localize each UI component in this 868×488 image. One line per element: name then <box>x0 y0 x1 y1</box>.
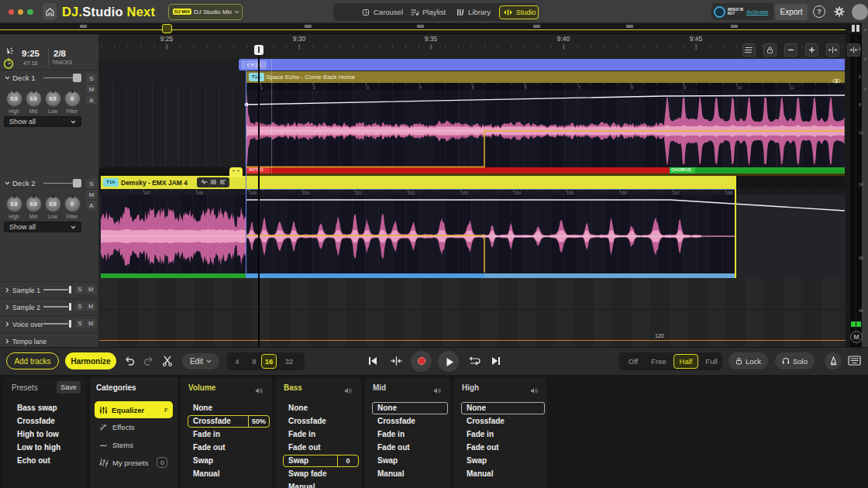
svg-text:147: 147 <box>143 191 150 195</box>
svg-text:4: 4 <box>419 85 422 90</box>
svg-text:154: 154 <box>514 191 521 195</box>
svg-text:156: 156 <box>620 191 627 195</box>
svg-text:153: 153 <box>461 191 468 195</box>
svg-text:158: 158 <box>725 191 732 195</box>
svg-text:149: 149 <box>250 191 257 195</box>
svg-text:148: 148 <box>196 191 203 195</box>
svg-text:155: 155 <box>567 191 574 195</box>
svg-text:11: 11 <box>790 85 794 90</box>
svg-text:151: 151 <box>355 191 362 195</box>
svg-text:3: 3 <box>367 85 369 90</box>
svg-text:7: 7 <box>578 85 580 90</box>
svg-text:10: 10 <box>737 85 742 90</box>
svg-text:157: 157 <box>673 191 680 195</box>
svg-text:150: 150 <box>302 191 309 195</box>
